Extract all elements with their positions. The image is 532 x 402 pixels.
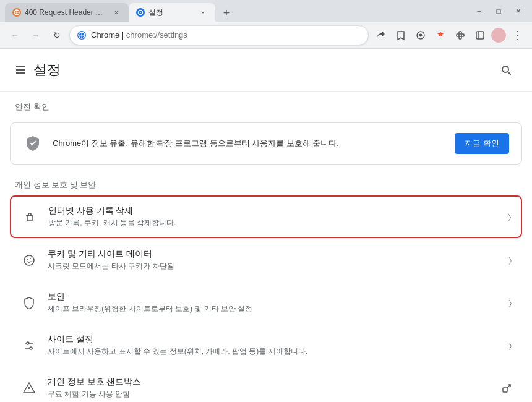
clear-browsing-title: 인터넷 사용 기록 삭제	[48, 205, 499, 216]
bookmark-icon[interactable]	[392, 27, 410, 44]
hamburger-icon[interactable]	[15, 64, 26, 75]
cookie-icon	[20, 252, 38, 269]
security-subtitle: 세이프 브라우징(위험한 사이트로부터 보호) 및 기타 보안 설정	[48, 304, 499, 314]
window-controls: − □ ×	[470, 2, 527, 20]
tab-error-favicon	[12, 8, 21, 17]
security-content: 보안 세이프 브라우징(위험한 사이트로부터 보호) 및 기타 보안 설정	[48, 291, 499, 314]
privacy-sandbox-title: 개인 정보 보호 샌드박스	[48, 377, 492, 388]
safety-description: Chrome이 정보 유출, 유해한 확장 프로그램 등으로부터 사용자를 보호…	[53, 137, 445, 150]
forward-button[interactable]: →	[27, 27, 45, 44]
svg-rect-21	[27, 215, 32, 221]
svg-point-27	[27, 259, 28, 260]
privacy-sandbox-subtitle: 무료 체험 기능 사용 안함	[48, 389, 492, 400]
sandbox-icon	[20, 380, 38, 397]
safety-check-card: Chrome이 정보 유출, 유해한 확장 프로그램 등으로부터 사용자를 보호…	[10, 122, 522, 165]
back-button[interactable]: ←	[6, 27, 24, 44]
settings-page: 설정 안전 확인 Chrome이 정보 유출, 유해한 확장 프로그램 등으로부…	[0, 49, 532, 402]
svg-rect-12	[459, 32, 461, 34]
tab-settings-title: 설정	[148, 7, 194, 18]
tab-group: 400 Request Header Or Cookie × 설정 × +	[5, 0, 470, 22]
brave-icon[interactable]	[432, 27, 449, 44]
cookies-content: 쿠키 및 기타 사이트 데이터 시크릿 모드에서는 타사 쿠키가 차단됨	[48, 249, 499, 272]
title-bar: 400 Request Header Or Cookie × 설정 × + − …	[0, 0, 532, 22]
tab-error-title: 400 Request Header Or Cookie	[25, 8, 108, 17]
svg-rect-10	[457, 34, 459, 36]
svg-line-20	[508, 72, 510, 74]
svg-point-30	[27, 261, 27, 262]
svg-rect-38	[503, 388, 507, 392]
security-title: 보안	[48, 291, 499, 302]
toolbar: ← → ↻ Chrome | chrome://settings	[0, 22, 532, 49]
safety-section-title: 안전 확인	[0, 92, 532, 118]
chrome-menu-icon[interactable]: ⋮	[508, 27, 526, 44]
profile-avatar[interactable]	[491, 28, 506, 43]
svg-point-4	[140, 12, 141, 13]
omnibox-url: Chrome | chrome://settings	[91, 30, 361, 40]
svg-point-26	[24, 255, 34, 265]
minimize-button[interactable]: −	[470, 2, 487, 20]
safety-check-button[interactable]: 지금 확인	[455, 133, 509, 154]
page-title: 설정	[33, 61, 487, 79]
close-button[interactable]: ×	[510, 2, 527, 20]
trash-icon	[21, 208, 38, 226]
svg-point-37	[28, 387, 30, 389]
svg-point-31	[30, 261, 31, 262]
svg-rect-11	[461, 34, 464, 36]
tab-settings-favicon	[136, 8, 145, 17]
toolbar-actions: ⋮	[372, 27, 526, 44]
tab-settings[interactable]: 설정 ×	[129, 3, 215, 22]
site-settings-item[interactable]: 사이트 설정 사이트에서 사용하고 표시할 수 있는 정보(위치, 카메라, 팝…	[10, 325, 522, 366]
tab-error-close[interactable]: ×	[111, 7, 121, 17]
tab-settings-close[interactable]: ×	[198, 7, 208, 17]
share-icon[interactable]	[372, 27, 390, 44]
privacy-menu-items: 인터넷 사용 기록 삭제 방문 기록, 쿠키, 캐시 등을 삭제합니다. 〉 쿠…	[0, 195, 532, 402]
new-tab-button[interactable]: +	[218, 4, 235, 22]
svg-point-9	[419, 33, 423, 36]
clear-browsing-content: 인터넷 사용 기록 삭제 방문 기록, 쿠키, 캐시 등을 삭제합니다.	[48, 205, 499, 228]
svg-rect-14	[476, 32, 484, 39]
maximize-button[interactable]: □	[490, 2, 507, 20]
security-chevron: 〉	[509, 299, 512, 307]
omnibox[interactable]: Chrome | chrome://settings	[69, 25, 369, 45]
tab-error[interactable]: 400 Request Header Or Cookie ×	[5, 3, 129, 22]
svg-point-35	[30, 347, 32, 349]
sidebar-icon[interactable]	[471, 27, 489, 44]
clear-browsing-item[interactable]: 인터넷 사용 기록 삭제 방문 기록, 쿠키, 캐시 등을 삭제합니다. 〉	[10, 195, 522, 238]
svg-rect-13	[459, 36, 461, 39]
settings-search-button[interactable]	[495, 59, 517, 81]
cookies-chevron: 〉	[509, 256, 512, 265]
privacy-sandbox-external-icon	[502, 383, 512, 393]
site-settings-content: 사이트 설정 사이트에서 사용하고 표시할 수 있는 정보(위치, 카메라, 팝…	[48, 334, 499, 357]
svg-point-28	[30, 258, 31, 259]
settings-header: 설정	[0, 49, 532, 92]
svg-line-39	[507, 385, 510, 388]
clear-browsing-chevron: 〉	[508, 213, 511, 221]
reload-button[interactable]: ↻	[48, 27, 66, 44]
site-settings-subtitle: 사이트에서 사용하고 표시할 수 있는 정보(위치, 카메라, 팝업 등)를 제…	[48, 346, 499, 357]
security-item[interactable]: 보안 세이프 브라우징(위험한 사이트로부터 보호) 및 기타 보안 설정 〉	[10, 282, 522, 323]
chrome-icon[interactable]	[412, 27, 429, 44]
clear-browsing-subtitle: 방문 기록, 쿠키, 캐시 등을 삭제합니다.	[48, 218, 499, 228]
extensions-icon[interactable]	[452, 27, 469, 44]
site-settings-title: 사이트 설정	[48, 334, 499, 345]
cookies-subtitle: 시크릿 모드에서는 타사 쿠키가 차단됨	[48, 261, 499, 272]
svg-point-29	[28, 262, 30, 263]
site-settings-chevron: 〉	[509, 341, 512, 350]
sliders-icon	[20, 337, 38, 354]
privacy-section-title: 개인 정보 보호 및 보안	[0, 169, 532, 195]
omnibox-favicon	[77, 31, 86, 40]
security-shield-icon	[20, 294, 38, 312]
cookies-item[interactable]: 쿠키 및 기타 사이트 데이터 시크릿 모드에서는 타사 쿠키가 차단됨 〉	[10, 239, 522, 281]
privacy-sandbox-content: 개인 정보 보호 샌드박스 무료 체험 기능 사용 안함	[48, 377, 492, 400]
cookies-title: 쿠키 및 기타 사이트 데이터	[48, 249, 499, 260]
shield-icon	[23, 134, 43, 153]
svg-point-34	[27, 342, 29, 344]
privacy-sandbox-item[interactable]: 개인 정보 보호 샌드박스 무료 체험 기능 사용 안함	[10, 367, 522, 402]
